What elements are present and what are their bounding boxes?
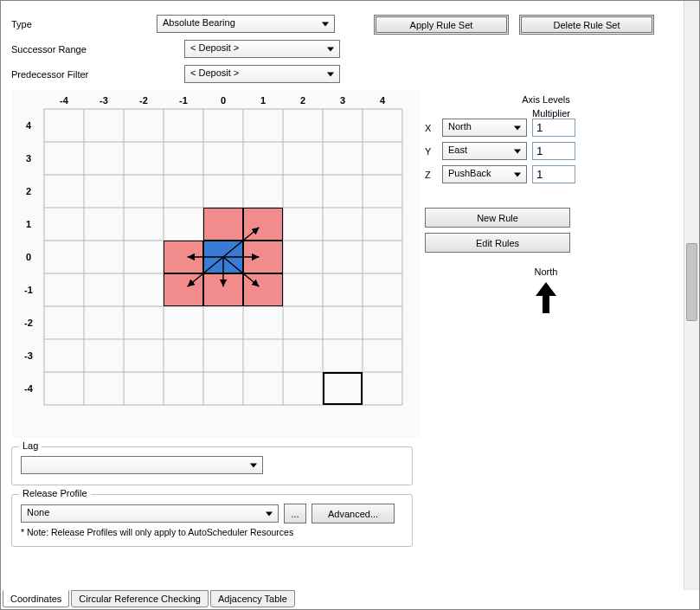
svg-text:-1: -1 — [24, 285, 33, 295]
svg-text:3: 3 — [26, 153, 31, 164]
release-profile-note: * Note: Release Profiles will only apply… — [21, 527, 403, 537]
axis-z-combo[interactable]: PushBack — [442, 165, 527, 183]
axis-x-row: X North — [425, 119, 667, 137]
axis-z-label: Z — [425, 170, 437, 180]
svg-text:2: 2 — [26, 186, 31, 196]
svg-text:0: 0 — [26, 252, 31, 262]
edit-rules-button[interactable]: Edit Rules — [425, 233, 570, 253]
svg-text:-4: -4 — [60, 95, 69, 106]
axis-x-label: X — [425, 123, 437, 133]
successor-range-combo[interactable]: < Deposit > — [184, 40, 340, 58]
svg-rect-46 — [324, 373, 362, 404]
tab-coordinates[interactable]: Coordinates — [3, 590, 69, 607]
axis-z-row: Z PushBack — [425, 165, 667, 183]
svg-text:4: 4 — [26, 120, 32, 131]
apply-rule-set-button[interactable]: Apply Rule Set — [374, 15, 509, 35]
svg-text:-2: -2 — [24, 318, 33, 328]
lag-group: Lag — [11, 446, 413, 485]
svg-text:3: 3 — [340, 95, 345, 106]
tab-adjacency-table[interactable]: Adjacency Table — [210, 590, 295, 607]
type-combo[interactable]: Absolute Bearing — [157, 15, 335, 33]
release-profile-browse-button[interactable]: ... — [284, 504, 306, 523]
svg-text:-3: -3 — [24, 350, 33, 361]
axis-levels-title: Axis Levels — [425, 94, 667, 105]
bottom-tabs: Coordinates Circular Reference Checking … — [3, 590, 295, 607]
svg-text:1: 1 — [260, 95, 266, 106]
predecessor-filter-label: Predecessor Filter — [11, 69, 157, 80]
successor-range-row: Successor Range < Deposit > — [11, 40, 671, 58]
multiplier-y-input[interactable] — [532, 142, 575, 160]
release-profile-group: Release Profile None ... Advanced... * N… — [11, 494, 413, 547]
multiplier-z-input[interactable] — [532, 165, 575, 183]
predecessor-filter-row: Predecessor Filter < Deposit > — [11, 65, 671, 83]
release-profile-label: Release Profile — [19, 488, 91, 498]
type-label: Type — [11, 19, 157, 29]
svg-text:4: 4 — [380, 95, 386, 106]
release-profile-combo[interactable]: None — [21, 504, 279, 523]
successor-range-label: Successor Range — [11, 44, 157, 55]
lag-label: Lag — [19, 440, 42, 451]
advanced-button[interactable]: Advanced... — [311, 504, 395, 523]
axis-levels-panel: Axis Levels Multiplier X North Y East Z … — [425, 94, 667, 320]
dialog-window: Apply Rule Set Delete Rule Set Type Abso… — [0, 0, 700, 610]
north-label: North — [425, 266, 667, 277]
svg-rect-38 — [204, 209, 243, 241]
svg-text:1: 1 — [26, 219, 31, 229]
svg-text:-3: -3 — [100, 95, 108, 106]
coordinate-grid[interactable]: -4-3-2-10123443210-1-2-3-4 — [11, 90, 420, 438]
axis-x-combo[interactable]: North — [442, 119, 527, 137]
svg-text:2: 2 — [300, 95, 305, 106]
axis-y-label: Y — [425, 146, 437, 157]
multiplier-header: Multiplier — [532, 108, 570, 119]
north-indicator: North — [425, 266, 667, 320]
lag-combo[interactable] — [21, 456, 263, 474]
axis-y-row: Y East — [425, 142, 667, 160]
top-button-bar: Apply Rule Set Delete Rule Set — [374, 15, 654, 35]
north-arrow-icon — [529, 277, 563, 318]
new-rule-button[interactable]: New Rule — [425, 208, 570, 228]
svg-text:-1: -1 — [179, 95, 188, 106]
multiplier-x-input[interactable] — [532, 119, 575, 137]
vertical-scrollbar[interactable] — [684, 1, 699, 590]
axis-y-combo[interactable]: East — [442, 142, 527, 160]
predecessor-filter-combo[interactable]: < Deposit > — [184, 65, 340, 83]
svg-text:-4: -4 — [24, 383, 34, 394]
content-area: Apply Rule Set Delete Rule Set Type Abso… — [1, 1, 682, 588]
svg-text:0: 0 — [221, 95, 226, 106]
delete-rule-set-button[interactable]: Delete Rule Set — [519, 15, 654, 35]
svg-text:-2: -2 — [139, 95, 148, 106]
scrollbar-thumb[interactable] — [686, 243, 697, 321]
grid-canvas[interactable]: -4-3-2-10123443210-1-2-3-4 — [15, 93, 416, 433]
tab-circular-reference[interactable]: Circular Reference Checking — [71, 590, 209, 607]
